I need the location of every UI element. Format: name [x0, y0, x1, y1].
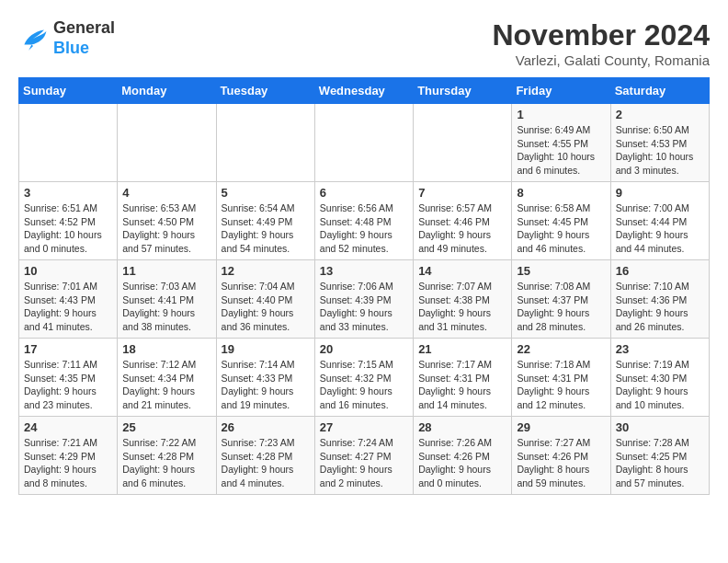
day-number: 28	[418, 420, 506, 434]
calendar-cell: 24Sunrise: 7:21 AM Sunset: 4:29 PM Dayli…	[19, 417, 118, 495]
day-info: Sunrise: 7:23 AM Sunset: 4:28 PM Dayligh…	[222, 436, 310, 490]
day-info: Sunrise: 6:49 AM Sunset: 4:55 PM Dayligh…	[517, 123, 605, 178]
calendar-cell	[118, 104, 216, 182]
calendar-cell: 13Sunrise: 7:06 AM Sunset: 4:39 PM Dayli…	[314, 260, 413, 339]
day-number: 24	[24, 420, 112, 434]
header: General Blue November 2024 Varlezi, Gala…	[18, 18, 710, 68]
day-number: 16	[616, 264, 704, 278]
title-area: November 2024 Varlezi, Galati County, Ro…	[492, 18, 710, 68]
month-title: November 2024	[492, 18, 710, 52]
day-number: 15	[517, 264, 605, 278]
calendar-cell	[314, 104, 413, 182]
calendar-cell: 14Sunrise: 7:07 AM Sunset: 4:38 PM Dayli…	[414, 260, 512, 339]
day-info: Sunrise: 6:58 AM Sunset: 4:45 PM Dayligh…	[517, 201, 605, 256]
calendar-cell: 4Sunrise: 6:53 AM Sunset: 4:50 PM Daylig…	[118, 182, 216, 260]
weekday-header-thursday: Thursday	[414, 78, 512, 104]
day-info: Sunrise: 7:14 AM Sunset: 4:33 PM Dayligh…	[222, 358, 310, 412]
day-info: Sunrise: 6:57 AM Sunset: 4:46 PM Dayligh…	[418, 201, 506, 256]
location: Varlezi, Galati County, Romania	[492, 52, 710, 68]
day-info: Sunrise: 6:56 AM Sunset: 4:48 PM Dayligh…	[320, 201, 408, 256]
day-number: 25	[122, 420, 210, 434]
day-number: 2	[616, 108, 704, 121]
calendar-cell: 2Sunrise: 6:50 AM Sunset: 4:53 PM Daylig…	[610, 104, 709, 182]
day-number: 27	[320, 420, 408, 434]
day-info: Sunrise: 7:07 AM Sunset: 4:38 PM Dayligh…	[418, 280, 506, 334]
day-info: Sunrise: 6:54 AM Sunset: 4:49 PM Dayligh…	[222, 201, 310, 256]
calendar-cell: 5Sunrise: 6:54 AM Sunset: 4:49 PM Daylig…	[216, 182, 314, 260]
calendar-cell: 19Sunrise: 7:14 AM Sunset: 4:33 PM Dayli…	[216, 339, 314, 417]
day-number: 21	[418, 342, 506, 356]
calendar-cell: 28Sunrise: 7:26 AM Sunset: 4:26 PM Dayli…	[414, 417, 512, 495]
calendar-cell	[414, 104, 512, 182]
day-number: 9	[616, 186, 704, 200]
calendar-cell: 29Sunrise: 7:27 AM Sunset: 4:26 PM Dayli…	[512, 417, 610, 495]
day-number: 30	[616, 420, 704, 434]
day-info: Sunrise: 7:17 AM Sunset: 4:31 PM Dayligh…	[418, 358, 506, 412]
day-info: Sunrise: 7:03 AM Sunset: 4:41 PM Dayligh…	[122, 280, 210, 334]
calendar-cell: 25Sunrise: 7:22 AM Sunset: 4:28 PM Dayli…	[118, 417, 216, 495]
day-number: 19	[222, 342, 310, 356]
day-info: Sunrise: 7:18 AM Sunset: 4:31 PM Dayligh…	[517, 358, 605, 412]
day-info: Sunrise: 6:50 AM Sunset: 4:53 PM Dayligh…	[616, 123, 704, 178]
day-number: 5	[222, 186, 310, 200]
calendar-cell: 11Sunrise: 7:03 AM Sunset: 4:41 PM Dayli…	[118, 260, 216, 339]
calendar-cell: 9Sunrise: 7:00 AM Sunset: 4:44 PM Daylig…	[610, 182, 709, 260]
day-info: Sunrise: 7:04 AM Sunset: 4:40 PM Dayligh…	[222, 280, 310, 334]
calendar-cell: 6Sunrise: 6:56 AM Sunset: 4:48 PM Daylig…	[314, 182, 413, 260]
day-number: 13	[320, 264, 408, 278]
calendar-cell: 1Sunrise: 6:49 AM Sunset: 4:55 PM Daylig…	[512, 104, 610, 182]
day-number: 1	[517, 108, 605, 121]
day-number: 22	[517, 342, 605, 356]
day-number: 7	[418, 186, 506, 200]
calendar-cell: 22Sunrise: 7:18 AM Sunset: 4:31 PM Dayli…	[512, 339, 610, 417]
calendar-cell: 20Sunrise: 7:15 AM Sunset: 4:32 PM Dayli…	[314, 339, 413, 417]
calendar-cell: 7Sunrise: 6:57 AM Sunset: 4:46 PM Daylig…	[414, 182, 512, 260]
day-info: Sunrise: 7:15 AM Sunset: 4:32 PM Dayligh…	[320, 358, 408, 412]
calendar-week-row: 10Sunrise: 7:01 AM Sunset: 4:43 PM Dayli…	[19, 260, 710, 339]
weekday-header-friday: Friday	[512, 78, 610, 104]
day-info: Sunrise: 7:12 AM Sunset: 4:34 PM Dayligh…	[122, 358, 210, 412]
calendar-cell: 15Sunrise: 7:08 AM Sunset: 4:37 PM Dayli…	[512, 260, 610, 339]
calendar-cell: 30Sunrise: 7:28 AM Sunset: 4:25 PM Dayli…	[610, 417, 709, 495]
day-info: Sunrise: 7:22 AM Sunset: 4:28 PM Dayligh…	[122, 436, 210, 490]
calendar-cell	[216, 104, 314, 182]
calendar-week-row: 24Sunrise: 7:21 AM Sunset: 4:29 PM Dayli…	[19, 417, 710, 495]
day-info: Sunrise: 7:01 AM Sunset: 4:43 PM Dayligh…	[24, 280, 112, 334]
day-info: Sunrise: 7:06 AM Sunset: 4:39 PM Dayligh…	[320, 280, 408, 334]
day-number: 3	[24, 186, 112, 200]
calendar-cell: 21Sunrise: 7:17 AM Sunset: 4:31 PM Dayli…	[414, 339, 512, 417]
weekday-header-tuesday: Tuesday	[216, 78, 314, 104]
day-number: 8	[517, 186, 605, 200]
day-info: Sunrise: 7:11 AM Sunset: 4:35 PM Dayligh…	[24, 358, 112, 412]
calendar-cell: 10Sunrise: 7:01 AM Sunset: 4:43 PM Dayli…	[19, 260, 118, 339]
logo: General Blue	[18, 18, 115, 58]
day-info: Sunrise: 7:24 AM Sunset: 4:27 PM Dayligh…	[320, 436, 408, 490]
calendar-cell: 8Sunrise: 6:58 AM Sunset: 4:45 PM Daylig…	[512, 182, 610, 260]
day-number: 20	[320, 342, 408, 356]
day-number: 11	[122, 264, 210, 278]
calendar-cell: 17Sunrise: 7:11 AM Sunset: 4:35 PM Dayli…	[19, 339, 118, 417]
weekday-header-saturday: Saturday	[610, 78, 709, 104]
calendar-cell: 16Sunrise: 7:10 AM Sunset: 4:36 PM Dayli…	[610, 260, 709, 339]
day-number: 10	[24, 264, 112, 278]
day-number: 26	[222, 420, 310, 434]
calendar-cell: 3Sunrise: 6:51 AM Sunset: 4:52 PM Daylig…	[19, 182, 118, 260]
calendar-cell: 23Sunrise: 7:19 AM Sunset: 4:30 PM Dayli…	[610, 339, 709, 417]
day-number: 17	[24, 342, 112, 356]
weekday-header-wednesday: Wednesday	[314, 78, 413, 104]
day-info: Sunrise: 7:28 AM Sunset: 4:25 PM Dayligh…	[616, 436, 704, 490]
calendar-week-row: 1Sunrise: 6:49 AM Sunset: 4:55 PM Daylig…	[19, 104, 710, 182]
day-info: Sunrise: 6:51 AM Sunset: 4:52 PM Dayligh…	[24, 201, 112, 256]
day-info: Sunrise: 6:53 AM Sunset: 4:50 PM Dayligh…	[122, 201, 210, 256]
day-info: Sunrise: 7:26 AM Sunset: 4:26 PM Dayligh…	[418, 436, 506, 490]
calendar-cell	[19, 104, 118, 182]
day-number: 12	[222, 264, 310, 278]
day-info: Sunrise: 7:27 AM Sunset: 4:26 PM Dayligh…	[517, 436, 605, 490]
day-info: Sunrise: 7:08 AM Sunset: 4:37 PM Dayligh…	[517, 280, 605, 334]
day-info: Sunrise: 7:19 AM Sunset: 4:30 PM Dayligh…	[616, 358, 704, 412]
day-number: 6	[320, 186, 408, 200]
day-info: Sunrise: 7:21 AM Sunset: 4:29 PM Dayligh…	[24, 436, 112, 490]
weekday-header-monday: Monday	[118, 78, 216, 104]
calendar-cell: 18Sunrise: 7:12 AM Sunset: 4:34 PM Dayli…	[118, 339, 216, 417]
calendar-cell: 27Sunrise: 7:24 AM Sunset: 4:27 PM Dayli…	[314, 417, 413, 495]
